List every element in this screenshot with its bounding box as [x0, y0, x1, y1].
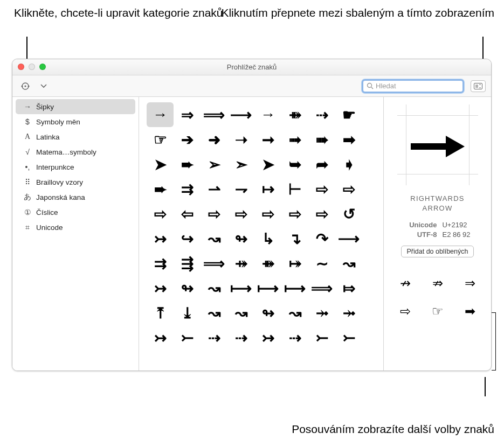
character-cell[interactable]: ⇁	[227, 177, 254, 201]
character-cell[interactable]: ➨	[174, 152, 201, 177]
character-cell[interactable]: ⇨	[227, 201, 254, 226]
character-cell[interactable]: ⟼	[254, 276, 281, 301]
character-cell[interactable]: ↣	[254, 325, 281, 350]
character-cell[interactable]: ↝	[227, 301, 254, 325]
character-cell[interactable]: ➠	[308, 127, 335, 152]
dropdown-chevron-icon[interactable]	[36, 80, 51, 93]
character-cell[interactable]: ↝	[201, 276, 227, 301]
minimize-button[interactable]	[29, 64, 35, 70]
character-cell[interactable]: ↬	[227, 226, 254, 251]
character-cell[interactable]: ↝	[335, 251, 362, 276]
character-cell[interactable]: ↬	[254, 301, 281, 325]
character-cell[interactable]: ➢	[201, 152, 227, 177]
character-cell[interactable]: ∼	[308, 251, 335, 276]
character-cell[interactable]: ⤀	[227, 251, 254, 276]
character-cell[interactable]: ↴	[281, 226, 308, 251]
character-cell[interactable]: ⤇	[335, 276, 362, 301]
character-cell[interactable]: ⤓	[174, 301, 201, 325]
character-cell[interactable]: ⤚	[335, 325, 362, 350]
add-favorite-button[interactable]: Přidat do oblíbených	[401, 246, 474, 257]
character-cell[interactable]: ⟹	[201, 102, 227, 127]
character-cell[interactable]: ⟹	[308, 276, 335, 301]
character-cell[interactable]: ↦	[254, 177, 281, 201]
character-cell[interactable]: ⤚	[308, 325, 335, 350]
character-cell[interactable]: ↣	[147, 226, 174, 251]
settings-menu-button[interactable]	[18, 80, 33, 93]
character-grid-area[interactable]: →⇒⟹⟶→⤁⇢☛☞➔➜➝➞➟➠➡➤➨➢➣➤➥➦➧➨⇉⇀⇁↦⊢⇨⇨⇨⇦⇨⇨⇨⇨⇨↺…	[139, 97, 383, 371]
character-cell[interactable]: ↷	[308, 226, 335, 251]
character-cell[interactable]: ➧	[335, 152, 362, 177]
character-cell[interactable]: ↣	[147, 325, 174, 350]
character-cell[interactable]: ➡	[335, 127, 362, 152]
search-input[interactable]	[376, 82, 459, 90]
collapse-toggle-button[interactable]	[471, 80, 486, 92]
character-cell[interactable]: ➤	[147, 152, 174, 177]
character-cell[interactable]: ⇒	[174, 102, 201, 127]
character-cell[interactable]: ⇨	[201, 201, 227, 226]
character-cell[interactable]: ↝	[201, 301, 227, 325]
character-cell[interactable]: ↬	[174, 276, 201, 301]
character-cell[interactable]: ⇢	[281, 325, 308, 350]
character-cell[interactable]: ⇨	[308, 201, 335, 226]
character-cell[interactable]: ⟼	[281, 276, 308, 301]
character-cell[interactable]: ⟶	[335, 226, 362, 251]
character-cell[interactable]: ↝	[281, 301, 308, 325]
character-cell[interactable]: ⇢	[201, 325, 227, 350]
variant-glyph[interactable]: ☞	[423, 298, 453, 324]
character-cell[interactable]: ⤁	[254, 251, 281, 276]
character-cell[interactable]: ⟹	[201, 251, 227, 276]
character-cell[interactable]: ➟	[281, 127, 308, 152]
character-cell[interactable]: ⤅	[281, 251, 308, 276]
sidebar-item[interactable]: √Matema…symboly	[12, 144, 139, 159]
character-cell[interactable]: ➔	[174, 127, 201, 152]
character-cell[interactable]: ⇨	[281, 201, 308, 226]
character-cell[interactable]: →	[254, 102, 281, 127]
character-cell[interactable]: ⇢	[227, 325, 254, 350]
character-cell[interactable]: ↺	[335, 201, 362, 226]
character-cell[interactable]: ➜	[201, 127, 227, 152]
character-cell[interactable]: ⇶	[174, 251, 201, 276]
character-cell[interactable]: ⇢	[308, 102, 335, 127]
character-cell[interactable]: ⇀	[201, 177, 227, 201]
character-cell[interactable]: ↳	[254, 226, 281, 251]
variant-glyph[interactable]: ➡	[455, 298, 485, 324]
character-cell[interactable]: ➣	[227, 152, 254, 177]
character-cell[interactable]: ➨	[147, 177, 174, 201]
character-cell[interactable]: ➝	[227, 127, 254, 152]
character-cell[interactable]: ☞	[147, 127, 174, 152]
sidebar-item[interactable]: ①Číslice	[12, 205, 139, 220]
character-cell[interactable]: ⤞	[308, 301, 335, 325]
search-field[interactable]	[362, 79, 464, 93]
character-cell[interactable]: ⇉	[147, 251, 174, 276]
character-cell[interactable]: ☛	[335, 102, 362, 127]
character-cell[interactable]: ⇨	[147, 201, 174, 226]
variant-glyph[interactable]: ⇏	[423, 270, 453, 296]
sidebar-item[interactable]: ⌗Unicode	[12, 220, 139, 235]
character-cell[interactable]: ⤁	[281, 102, 308, 127]
character-cell[interactable]: ⤚	[174, 325, 201, 350]
character-cell[interactable]: ⇨	[335, 177, 362, 201]
character-cell[interactable]: ↝	[201, 226, 227, 251]
sidebar-item[interactable]: ALatinka	[12, 129, 139, 144]
character-cell[interactable]: ⇨	[308, 177, 335, 201]
character-cell[interactable]: ⇉	[174, 177, 201, 201]
sidebar-item[interactable]: •,Interpunkce	[12, 159, 139, 174]
maximize-button[interactable]	[39, 64, 46, 70]
close-button[interactable]	[18, 64, 24, 70]
variant-glyph[interactable]: ⇒	[455, 270, 485, 296]
character-cell[interactable]: ⟼	[227, 276, 254, 301]
character-cell[interactable]: ⇦	[174, 201, 201, 226]
variant-glyph[interactable]: ↛	[390, 270, 420, 296]
character-cell[interactable]: ⟶	[227, 102, 254, 127]
font-variants[interactable]: ↛⇏⇒⇨☞➡	[390, 270, 485, 324]
character-cell[interactable]: ➤	[254, 152, 281, 177]
character-cell[interactable]: →	[147, 102, 174, 127]
character-cell[interactable]: ➦	[308, 152, 335, 177]
character-cell[interactable]: ⤒	[147, 301, 174, 325]
character-cell[interactable]: ⇨	[254, 201, 281, 226]
character-cell[interactable]: ➞	[254, 127, 281, 152]
variant-glyph[interactable]: ⇨	[390, 298, 420, 324]
sidebar-item[interactable]: →Šipky	[16, 99, 135, 114]
character-cell[interactable]: ⊢	[281, 177, 308, 201]
character-cell[interactable]: ➥	[281, 152, 308, 177]
